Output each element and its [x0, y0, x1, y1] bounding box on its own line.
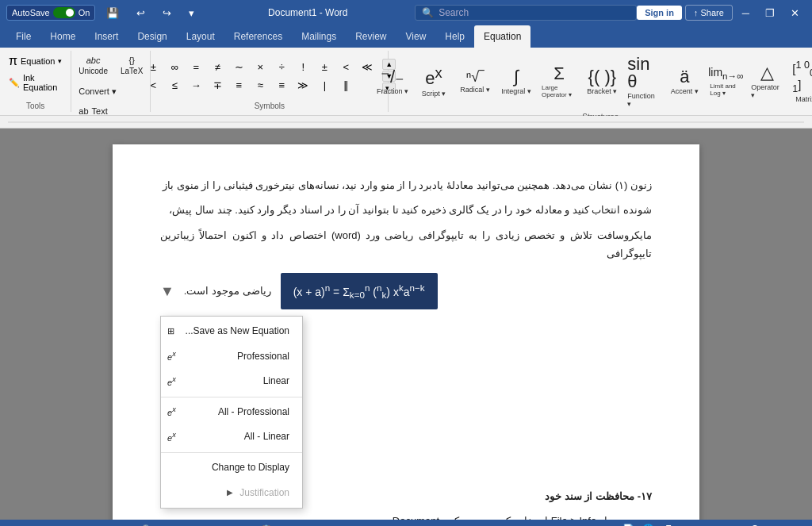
- radical-label: Radical ▾: [460, 86, 490, 94]
- structures-content: ⁻/₋ Fraction ▾ ex Script ▾ ⁿ√‾ Radical ▾…: [373, 52, 812, 111]
- latex-icon: {}: [128, 56, 134, 65]
- limit-log-icon: limn→∞: [708, 67, 743, 80]
- menu-professional[interactable]: ex Professional: [161, 344, 302, 370]
- bracket-icon: {( )}: [588, 68, 616, 86]
- symbol-eq[interactable]: =: [186, 59, 206, 76]
- doc-para-2: شونده انتخاب کنید و معادله خود را در یک …: [160, 201, 652, 219]
- radical-button[interactable]: ⁿ√‾ Radical ▾: [456, 67, 494, 97]
- save-button[interactable]: 💾: [100, 4, 125, 22]
- share-button[interactable]: ↑ Share: [685, 5, 733, 21]
- tab-mailings[interactable]: Mailings: [292, 25, 346, 48]
- pi-icon: π: [9, 54, 17, 68]
- accent-label: Accent ▾: [671, 87, 699, 95]
- linear-icon: ex: [167, 373, 176, 390]
- symbol-mp[interactable]: ∓: [207, 77, 228, 94]
- close-button[interactable]: ✕: [784, 4, 806, 22]
- unicode-button[interactable]: abc Unicode: [74, 52, 113, 79]
- symbols-group-label: Symbols: [255, 102, 285, 110]
- symbol-excl[interactable]: !: [293, 59, 313, 76]
- main-area: زنون (۱) نشان می‌دهد. همچنین می‌توانید م…: [0, 129, 812, 520]
- ruler-svg: [8, 117, 804, 128]
- ribbon-group-structures: ⁻/₋ Fraction ▾ ex Script ▾ ⁿ√‾ Radical ▾…: [389, 51, 812, 112]
- symbol-pm2[interactable]: ±: [314, 59, 335, 76]
- accent-button[interactable]: ä Accent ▾: [665, 65, 703, 98]
- tab-home[interactable]: Home: [40, 25, 85, 48]
- search-placeholder: Search: [439, 7, 469, 18]
- autosave-state: On: [79, 8, 90, 17]
- large-operator-button[interactable]: Σ Large Operator ▾: [538, 62, 580, 102]
- search-icon: 🔍: [422, 7, 434, 18]
- customize-toolbar-button[interactable]: ▾: [182, 4, 201, 22]
- symbol-lt2[interactable]: <: [143, 77, 163, 94]
- equation-button[interactable]: π Equation ▾: [6, 52, 65, 70]
- symbol-equiv[interactable]: ≡: [228, 77, 249, 94]
- ribbon-tabs: File Home Insert Design Layout Reference…: [0, 25, 812, 48]
- symbol-le[interactable]: ≤: [164, 77, 185, 94]
- menu-save-as-new-equation[interactable]: ⊞ Save as New Equation...: [161, 319, 302, 344]
- document-title: Document1 - Word: [268, 7, 347, 18]
- symbol-div[interactable]: ÷: [271, 59, 292, 76]
- tab-file[interactable]: File: [6, 25, 40, 48]
- tab-view[interactable]: View: [396, 25, 436, 48]
- tab-equation[interactable]: Equation: [474, 25, 530, 48]
- struct-items: ⁻/₋ Fraction ▾ ex Script ▾ ⁿ√‾ Radical ▾…: [373, 52, 812, 111]
- all-linear-icon: ex: [167, 428, 176, 446]
- operator-button[interactable]: △ Operator ▾: [748, 61, 786, 102]
- tab-help[interactable]: Help: [435, 25, 474, 48]
- symbol-neq[interactable]: ≠: [207, 59, 228, 76]
- title-bar-center: Document1 - Word: [201, 7, 415, 18]
- function-button[interactable]: sin θ Function ▾: [624, 52, 662, 111]
- script-icon: ex: [425, 66, 442, 87]
- tab-references[interactable]: References: [224, 25, 292, 48]
- symbol-arrow[interactable]: →: [186, 77, 206, 94]
- redo-button[interactable]: ↪: [156, 4, 178, 22]
- symbol-equiv2[interactable]: ≡: [271, 77, 292, 94]
- symbol-gg[interactable]: ≫: [293, 77, 313, 94]
- fraction-button[interactable]: ⁻/₋ Fraction ▾: [373, 65, 412, 98]
- symbol-pipe2[interactable]: ‖: [335, 77, 356, 94]
- radical-icon: ⁿ√‾: [466, 70, 484, 84]
- restore-button[interactable]: ❐: [759, 4, 781, 22]
- menu-linear[interactable]: ex Linear: [161, 369, 302, 394]
- equation-row: (x + a)n = Σk=0n (nk) xkan−k ریاضی موجود…: [160, 270, 652, 313]
- undo-button[interactable]: ↩: [130, 4, 151, 22]
- ribbon-group-tools: π Equation ▾ ✏️ Ink Equation Tools: [0, 51, 71, 112]
- equation-dropdown[interactable]: ▼: [160, 278, 174, 304]
- ink-equation-button[interactable]: ✏️ Ink Equation: [6, 71, 65, 94]
- integral-button[interactable]: ∫ Integral ▾: [497, 65, 535, 98]
- autosave-badge[interactable]: AutoSave On: [6, 5, 95, 21]
- limit-log-button[interactable]: limn→∞ Limit and Log ▾: [707, 63, 745, 99]
- tab-design[interactable]: Design: [128, 25, 176, 48]
- convert-button[interactable]: Convert ▾: [74, 83, 121, 100]
- symbol-inf[interactable]: ∞: [164, 59, 185, 76]
- signin-button[interactable]: Sign in: [637, 6, 682, 20]
- tools-group-label: Tools: [26, 102, 44, 110]
- menu-all-professional[interactable]: ex All - Professional: [161, 400, 302, 425]
- text-icon: ab: [79, 106, 88, 116]
- symbol-tilde[interactable]: ∼: [228, 59, 249, 76]
- document-area[interactable]: زنون (۱) نشان می‌دهد. همچنین می‌توانید م…: [0, 129, 812, 520]
- symbol-approx[interactable]: ≈: [250, 77, 270, 94]
- autosave-label: AutoSave: [12, 8, 50, 17]
- tab-review[interactable]: Review: [346, 25, 396, 48]
- symbol-lt[interactable]: <: [335, 59, 356, 76]
- menu-change-to-display[interactable]: Change to Display: [161, 455, 302, 481]
- tab-insert[interactable]: Insert: [85, 25, 128, 48]
- script-button[interactable]: ex Script ▾: [415, 63, 453, 100]
- bracket-button[interactable]: {( )} Bracket ▾: [583, 65, 621, 98]
- search-bar[interactable]: 🔍 Search: [415, 5, 637, 21]
- menu-justification[interactable]: Justification ▶: [161, 481, 302, 506]
- tab-layout[interactable]: Layout: [177, 25, 224, 48]
- tools-content: π Equation ▾ ✏️ Ink Equation: [6, 52, 65, 100]
- ink-equation-label: Ink Equation: [23, 73, 62, 92]
- symbol-times[interactable]: ×: [250, 59, 270, 76]
- limit-log-label: Limit and Log ▾: [710, 83, 741, 97]
- autosave-toggle[interactable]: [53, 7, 75, 18]
- symbol-pm[interactable]: ±: [143, 59, 163, 76]
- text-label: Text: [92, 106, 108, 116]
- share-icon: ↑: [694, 8, 699, 17]
- matrix-button[interactable]: [1 00 1] Matrix ▾: [789, 57, 812, 106]
- symbol-pipe[interactable]: |: [314, 77, 335, 94]
- minimize-button[interactable]: ─: [736, 4, 756, 22]
- menu-all-linear[interactable]: ex All - Linear: [161, 424, 302, 450]
